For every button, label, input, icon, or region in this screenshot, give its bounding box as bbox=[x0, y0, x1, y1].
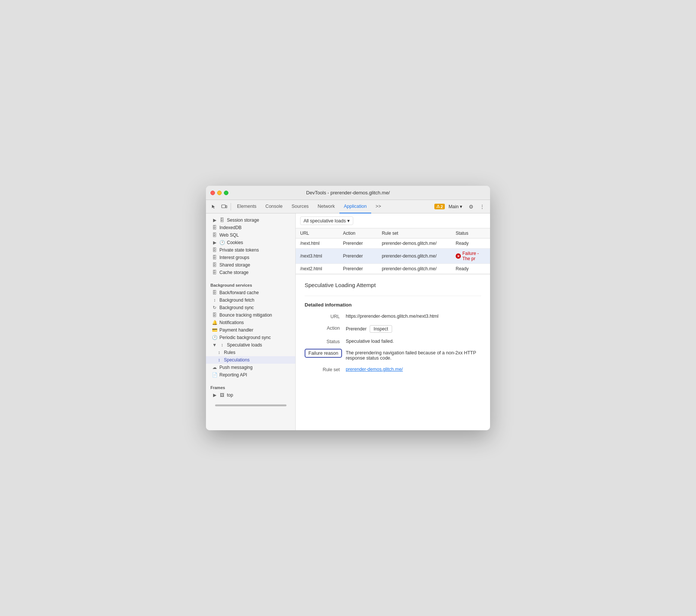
cursor-icon[interactable] bbox=[209, 202, 219, 212]
cell-url: /next.html bbox=[296, 238, 338, 249]
sidebar-label: Background fetch bbox=[219, 298, 254, 303]
sidebar-label: Payment handler bbox=[219, 327, 253, 333]
sidebar-item-background-fetch[interactable]: ↕ Background fetch bbox=[206, 296, 295, 304]
sidebar-item-payment-handler[interactable]: 💳 Payment handler bbox=[206, 326, 295, 334]
failure-reason-label-outer: Failure reason bbox=[305, 350, 346, 356]
sidebar-item-speculations[interactable]: ↕ Speculations bbox=[206, 356, 295, 364]
cloud-icon: ☁ bbox=[212, 365, 217, 370]
sidebar-item-cache-storage[interactable]: 🗄 Cache storage bbox=[206, 269, 295, 276]
sidebar-item-web-sql[interactable]: 🗄 Web SQL bbox=[206, 231, 295, 239]
sidebar-item-interest-groups[interactable]: 🗄 Interest groups bbox=[206, 254, 295, 261]
cell-action: Prerender bbox=[338, 249, 377, 264]
error-badge[interactable]: ⚠ 2 bbox=[434, 204, 445, 209]
sidebar-item-back-forward-cache[interactable]: 🗄 Back/forward cache bbox=[206, 289, 295, 296]
doc-icon: 📄 bbox=[212, 372, 217, 378]
database-icon: 🗄 bbox=[219, 218, 225, 223]
table-row-selected[interactable]: /next3.html Prerender prerender-demos.gl… bbox=[296, 249, 490, 264]
table-row[interactable]: /next.html Prerender prerender-demos.gli… bbox=[296, 238, 490, 249]
sidebar-label: IndexedDB bbox=[219, 225, 241, 230]
cell-url: /next2.html bbox=[296, 264, 338, 274]
database-icon: 🗄 bbox=[212, 232, 217, 238]
sidebar-label: Cookies bbox=[227, 240, 243, 245]
tab-application[interactable]: Application bbox=[339, 200, 371, 213]
database-icon: 🗄 bbox=[212, 262, 217, 268]
window-title: DevTools - prerender-demos.glitch.me/ bbox=[306, 190, 390, 195]
detail-row-status: Status Speculative load failed. bbox=[305, 339, 481, 344]
sidebar-label: Background sync bbox=[219, 305, 254, 310]
sidebar-item-notifications[interactable]: 🔔 Notifications bbox=[206, 319, 295, 326]
sidebar-item-push-messaging[interactable]: ☁ Push messaging bbox=[206, 364, 295, 371]
sidebar-label: Web SQL bbox=[219, 232, 239, 238]
tab-elements[interactable]: Elements bbox=[232, 200, 261, 213]
rules-icon: ↕ bbox=[216, 350, 222, 355]
devtools-window: DevTools - prerender-demos.glitch.me/ El… bbox=[206, 186, 490, 430]
cookie-icon: 🕐 bbox=[219, 240, 225, 245]
sidebar-item-frames-top[interactable]: ▶ 🖼 top bbox=[206, 391, 295, 399]
tab-more[interactable]: >> bbox=[371, 200, 386, 213]
sidebar-label: Push messaging bbox=[219, 365, 253, 370]
cell-action: Prerender bbox=[338, 264, 377, 274]
sidebar-label: Private state tokens bbox=[219, 247, 259, 253]
sidebar-item-private-state-tokens[interactable]: 🗄 Private state tokens bbox=[206, 246, 295, 254]
main-selector[interactable]: Main ▾ bbox=[446, 203, 465, 210]
detail-title: Speculative Loading Attempt bbox=[305, 282, 481, 288]
toolbar: Elements Console Sources Network Applica… bbox=[206, 200, 490, 213]
sidebar-label: Cache storage bbox=[219, 270, 249, 275]
maximize-button[interactable] bbox=[224, 191, 228, 195]
sync-icon: ↻ bbox=[212, 305, 217, 310]
titlebar: DevTools - prerender-demos.glitch.me/ bbox=[206, 186, 490, 200]
close-button[interactable] bbox=[210, 191, 215, 195]
rule-set-link[interactable]: prerender-demos.glitch.me/ bbox=[346, 367, 403, 372]
triangle-icon: ▶ bbox=[212, 240, 217, 245]
sidebar-item-rules[interactable]: ↕ Rules bbox=[206, 349, 295, 356]
main-label: Main bbox=[449, 204, 459, 209]
more-options-icon[interactable]: ⋮ bbox=[477, 202, 487, 212]
status-value: Speculative load failed. bbox=[346, 339, 481, 344]
frames-section-title: Frames bbox=[206, 382, 295, 391]
svg-rect-1 bbox=[226, 206, 227, 208]
filter-dropdown[interactable]: All speculative loads ▾ bbox=[300, 216, 353, 225]
tab-console[interactable]: Console bbox=[261, 200, 287, 213]
triangle-down-icon: ▼ bbox=[212, 342, 217, 348]
col-header-ruleset: Rule set bbox=[377, 228, 451, 238]
minimize-button[interactable] bbox=[217, 191, 222, 195]
badge-icon: ⚠ bbox=[436, 204, 440, 209]
sidebar-label: Rules bbox=[224, 350, 235, 355]
sidebar-item-indexeddb[interactable]: 🗄 IndexedDB bbox=[206, 224, 295, 231]
filter-label: All speculative loads bbox=[304, 218, 346, 224]
cell-ruleset: prerender-demos.glitch.me/ bbox=[377, 249, 451, 264]
detail-section-title: Detailed information bbox=[305, 302, 481, 308]
sidebar-item-session-storage[interactable]: ▶ 🗄 Session storage bbox=[206, 216, 295, 224]
inspect-button[interactable]: Inspect bbox=[370, 325, 392, 333]
tab-network[interactable]: Network bbox=[313, 200, 339, 213]
tab-sources[interactable]: Sources bbox=[287, 200, 313, 213]
main-panel: All speculative loads ▾ URL Action Rule … bbox=[296, 213, 490, 430]
sidebar-item-reporting-api[interactable]: 📄 Reporting API bbox=[206, 371, 295, 379]
settings-icon[interactable]: ⚙ bbox=[466, 202, 476, 212]
traffic-lights bbox=[210, 191, 228, 195]
device-icon[interactable] bbox=[219, 202, 229, 212]
table-row[interactable]: /next2.html Prerender prerender-demos.gl… bbox=[296, 264, 490, 274]
payment-icon: 💳 bbox=[212, 327, 217, 333]
sidebar-item-speculative-loads[interactable]: ▼ ↕ Speculative loads bbox=[206, 341, 295, 349]
bell-icon: 🔔 bbox=[212, 320, 217, 325]
cell-action: Prerender bbox=[338, 238, 377, 249]
badge-count: 2 bbox=[441, 204, 443, 209]
content-area: ▶ 🗄 Session storage 🗄 IndexedDB 🗄 Web SQ… bbox=[206, 213, 490, 430]
frame-icon: 🖼 bbox=[219, 392, 225, 398]
failure-reason-badge: Failure reason bbox=[305, 349, 342, 358]
sidebar-item-background-sync[interactable]: ↻ Background sync bbox=[206, 304, 295, 311]
fetch-icon: ↕ bbox=[212, 298, 217, 303]
error-text: Failure - The pr bbox=[462, 251, 486, 261]
sidebar-item-periodic-bg-sync[interactable]: 🕐 Periodic background sync bbox=[206, 334, 295, 341]
sidebar-label: Notifications bbox=[219, 320, 244, 325]
database-icon: 🗄 bbox=[212, 255, 217, 260]
background-services-title: Background services bbox=[206, 280, 295, 289]
col-header-status: Status bbox=[451, 228, 490, 238]
sidebar-item-cookies[interactable]: ▶ 🕐 Cookies bbox=[206, 239, 295, 246]
tab-list: Elements Console Sources Network Applica… bbox=[232, 200, 434, 213]
detail-panel: Speculative Loading Attempt Detailed inf… bbox=[296, 274, 490, 430]
sidebar-label: Interest groups bbox=[219, 255, 249, 260]
sidebar-item-bounce-tracking[interactable]: 🗄 Bounce tracking mitigation bbox=[206, 311, 295, 319]
sidebar-item-shared-storage[interactable]: 🗄 Shared storage bbox=[206, 261, 295, 269]
